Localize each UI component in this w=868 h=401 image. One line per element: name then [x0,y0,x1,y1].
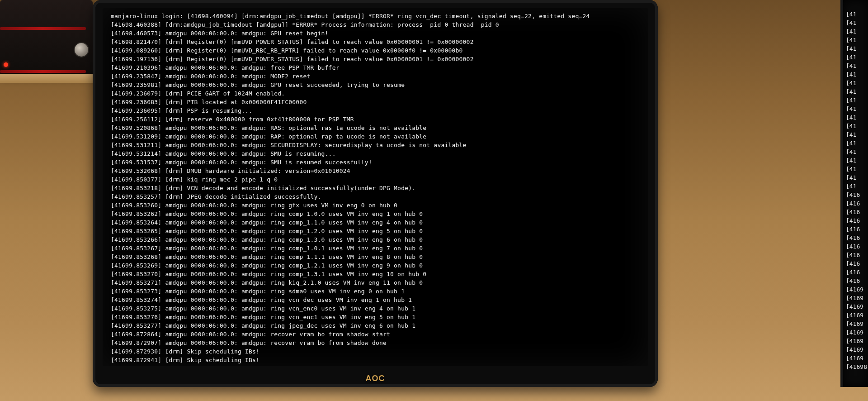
kernel-log-line: [41699.236079] [drm] PCIE GART of 1024M … [111,89,640,98]
kernel-log-line: [41699.197136] [drm] Register(0) [mmUVD_… [111,55,640,63]
kernel-log-terminal: manjaro-linux login: [41698.460094] [drm… [111,12,640,366]
kernel-log-line: [41699.872864] amdgpu 0000:06:00.0: amdg… [111,330,640,339]
kernel-log-line: [41699.853276] amdgpu 0000:06:00.0: amdg… [111,313,640,321]
kernel-log-line: [41698.460388] [drm:amdgpu_job_timedout … [111,20,640,29]
desk-background: manjaro-linux login: [41698.460094] [drm… [0,0,868,401]
kernel-log-line: [41699.850377] [drm] kiq ring mec 2 pipe… [111,175,640,184]
audio-interface-top-edge [0,27,86,30]
kernel-log-line: [41699.853266] amdgpu 0000:06:00.0: amdg… [111,235,640,244]
kernel-log-line: [41699.531537] amdgpu 0000:06:00.0: amdg… [111,158,640,167]
kernel-log-line: [41699.853277] amdgpu 0000:06:00.0: amdg… [111,321,640,330]
kernel-log-line: [41698.460573] amdgpu 0000:06:00.0: amdg… [111,29,640,38]
kernel-log-line: [41699.853267] amdgpu 0000:06:00.0: amdg… [111,244,640,253]
kernel-log-line: [41699.872930] [drm] Skip scheduling IBs… [111,347,640,356]
shelf-edge [0,74,94,83]
audio-interface-led-icon [4,62,8,67]
secondary-monitor-text: [41 [41 [41 [41 [41 [41 [41 [41 [41 [41 … [846,10,868,371]
screen-area: manjaro-linux login: [41698.460094] [drm… [103,8,648,366]
kernel-log-line: [41699.853260] amdgpu 0000:06:00.0: amdg… [111,201,640,210]
kernel-log-line: [41699.236083] [drm] PTB located at 0x00… [111,98,640,106]
kernel-log-line: manjaro-linux login: [41698.460094] [drm… [111,12,640,20]
kernel-log-line: [41699.532068] [drm] DMUB hardware initi… [111,167,640,175]
kernel-log-line: [41699.235981] amdgpu 0000:06:00.0: amdg… [111,81,640,89]
kernel-log-line: [41699.873213] amdgpu 0000:06:00.0: amdg… [111,364,640,366]
kernel-log-line: [41699.256112] [drm] reserve 0x400000 fr… [111,115,640,124]
kernel-log-line: [41699.872907] amdgpu 0000:06:00.0: amdg… [111,339,640,347]
kernel-log-line: [41699.531209] amdgpu 0000:06:00.0: amdg… [111,132,640,141]
kernel-log-line: [41699.531214] amdgpu 0000:06:00.0: amdg… [111,149,640,158]
primary-monitor: manjaro-linux login: [41698.460094] [drm… [93,0,658,387]
kernel-log-line: [41698.821470] [drm] Register(0) [mmUVD_… [111,38,640,46]
kernel-log-line: [41699.531211] amdgpu 0000:06:00.0: amdg… [111,141,640,149]
kernel-log-line: [41699.235847] amdgpu 0000:06:00.0: amdg… [111,72,640,81]
kernel-log-line: [41699.089260] [drm] Register(0) [mmUVD_… [111,46,640,55]
kernel-log-line: [41699.520868] amdgpu 0000:06:00.0: amdg… [111,124,640,132]
monitor-brand-label: AOC [93,374,658,383]
kernel-log-line: [41699.872941] [drm] Skip scheduling IBs… [111,356,640,364]
kernel-log-line: [41699.853264] amdgpu 0000:06:00.0: amdg… [111,218,640,227]
kernel-log-line: [41699.853265] amdgpu 0000:06:00.0: amdg… [111,227,640,235]
kernel-log-line: [41699.853274] amdgpu 0000:06:00.0: amdg… [111,296,640,304]
kernel-log-line: [41699.853271] amdgpu 0000:06:00.0: amdg… [111,278,640,287]
kernel-log-line: [41699.853257] [drm] JPEG decode initial… [111,192,640,201]
kernel-log-line: [41699.853262] amdgpu 0000:06:00.0: amdg… [111,210,640,218]
audio-interface-bottom-edge [0,70,86,73]
kernel-log-line: [41699.853270] amdgpu 0000:06:00.0: amdg… [111,270,640,278]
kernel-log-line: [41699.853275] amdgpu 0000:06:00.0: amdg… [111,304,640,313]
kernel-log-line: [41699.236095] [drm] PSP is resuming... [111,106,640,115]
secondary-monitor-edge: [41 [41 [41 [41 [41 [41 [41 [41 [41 [41 … [840,0,868,387]
kernel-log-line: [41699.210396] amdgpu 0000:06:00.0: amdg… [111,63,640,72]
kernel-log-line: [41699.853268] amdgpu 0000:06:00.0: amdg… [111,253,640,261]
kernel-log-line: [41699.853218] [drm] VCN decode and enco… [111,184,640,192]
kernel-log-line: [41699.853269] amdgpu 0000:06:00.0: amdg… [111,261,640,270]
kernel-log-line: [41699.853273] amdgpu 0000:06:00.0: amdg… [111,287,640,296]
